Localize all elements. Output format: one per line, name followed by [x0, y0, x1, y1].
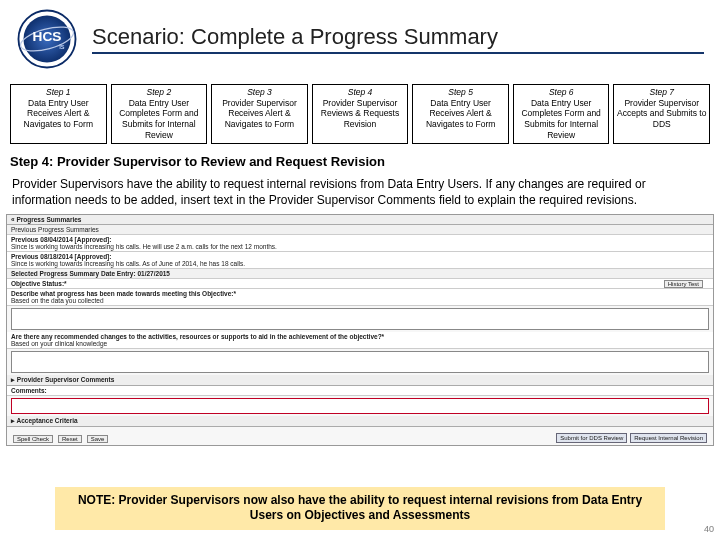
slide-header: HCS is Scenario: Complete a Progress Sum… — [0, 0, 720, 74]
step-label: Step 1 — [13, 87, 104, 98]
step-desc: Provider Supervisor Accepts and Submits … — [616, 98, 707, 130]
page-number: 40 — [704, 524, 714, 534]
section-body: Provider Supervisors have the ability to… — [0, 173, 720, 214]
mock-selected-head: Selected Progress Summary Date Entry: 01… — [11, 270, 170, 277]
app-screenshot: « Progress Summaries Previous Progress S… — [6, 214, 714, 446]
hcsis-logo: HCS is — [16, 8, 78, 70]
changes-textarea[interactable] — [11, 351, 709, 373]
save-button[interactable]: Save — [87, 435, 109, 443]
step-label: Step 2 — [114, 87, 205, 98]
step-desc: Data Entry User Receives Alert & Navigat… — [13, 98, 104, 130]
svg-text:HCS: HCS — [33, 29, 62, 44]
mock-acc-head: ▸ Acceptance Criteria — [7, 416, 713, 427]
step-box-1: Step 1 Data Entry User Receives Alert & … — [10, 84, 107, 144]
submit-dds-button[interactable]: Submit for DDS Review — [556, 433, 627, 443]
step-box-7: Step 7 Provider Supervisor Accepts and S… — [613, 84, 710, 144]
step-flow: Step 1 Data Entry User Receives Alert & … — [0, 74, 720, 150]
mock-obj-status: Objective Status:* — [11, 280, 67, 287]
mock-q1: Describe what progress has been made tow… — [11, 290, 236, 297]
step-desc: Provider Supervisor Reviews & Requests R… — [315, 98, 406, 130]
mock-prev-head: Previous Progress Summaries — [7, 225, 713, 235]
step-label: Step 4 — [315, 87, 406, 98]
mock-q2: Are there any recommended changes to the… — [11, 333, 384, 340]
mock-section-head: « Progress Summaries — [7, 215, 713, 225]
mock-q2-sub: Based on your clinical knowledge — [11, 340, 107, 347]
reset-button[interactable]: Reset — [58, 435, 82, 443]
history-button[interactable]: History Test — [664, 280, 703, 288]
mock-psc-head: ▸ Provider Supervisor Comments — [7, 375, 713, 386]
step-label: Step 3 — [214, 87, 305, 98]
mock-q1-sub: Based on the data you collected — [11, 297, 104, 304]
section-subheading: Step 4: Provider Supervisor to Review an… — [0, 150, 720, 173]
step-box-2: Step 2 Data Entry User Completes Form an… — [111, 84, 208, 144]
step-label: Step 7 — [616, 87, 707, 98]
step-desc: Data Entry User Completes Form and Submi… — [114, 98, 205, 141]
spell-check-button[interactable]: Spell Check — [13, 435, 53, 443]
step-desc: Data Entry User Receives Alert & Navigat… — [415, 98, 506, 130]
step-box-6: Step 6 Data Entry User Completes Form an… — [513, 84, 610, 144]
progress-textarea[interactable] — [11, 308, 709, 330]
slide-title: Scenario: Complete a Progress Summary — [92, 24, 704, 54]
mock-prev2-body: Since is working towards increasing his … — [11, 260, 245, 267]
mock-prev2-title: Previous 08/18/2014 [Approved]: — [11, 253, 111, 260]
step-box-5: Step 5 Data Entry User Receives Alert & … — [412, 84, 509, 144]
svg-text:is: is — [59, 42, 65, 51]
step-desc: Data Entry User Completes Form and Submi… — [516, 98, 607, 141]
step-box-4: Step 4 Provider Supervisor Reviews & Req… — [312, 84, 409, 144]
supervisor-comments-field[interactable] — [11, 398, 709, 414]
mock-comments-label: Comments: — [11, 387, 47, 394]
step-box-3: Step 3 Provider Supervisor Receives Aler… — [211, 84, 308, 144]
mock-prev1-title: Previous 08/04/2014 [Approved]: — [11, 236, 111, 243]
mock-prev1-body: Since is working towards increasing his … — [11, 243, 277, 250]
request-revision-button[interactable]: Request Internal Revision — [630, 433, 707, 443]
step-label: Step 5 — [415, 87, 506, 98]
step-desc: Provider Supervisor Receives Alert & Nav… — [214, 98, 305, 130]
step-label: Step 6 — [516, 87, 607, 98]
note-banner: NOTE: Provider Supervisors now also have… — [55, 487, 665, 530]
